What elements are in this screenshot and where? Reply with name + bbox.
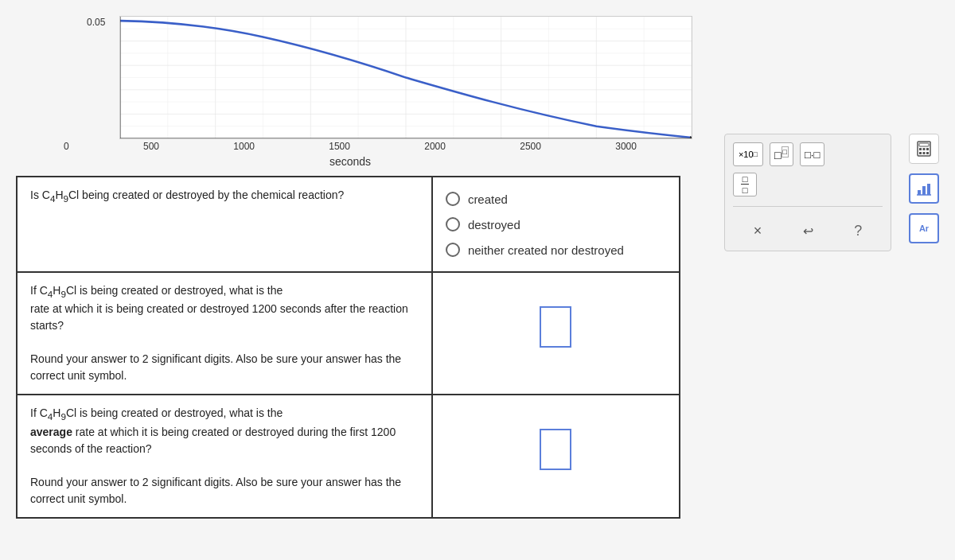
svg-rect-32 bbox=[919, 152, 922, 154]
superscript-icon: □□ bbox=[774, 148, 789, 161]
tick-500: 500 bbox=[143, 141, 159, 152]
clear-button[interactable]: × bbox=[747, 220, 769, 243]
tick-0: 0 bbox=[64, 141, 69, 152]
toolbar-bottom-row: × ↩ ? bbox=[733, 220, 883, 243]
x-axis-ticks: 0 500 1000 1500 2000 2500 3000 bbox=[64, 139, 637, 152]
x10-superscript: □ bbox=[754, 150, 758, 158]
questions-table: Is C4H9Cl being created or destroyed by … bbox=[16, 176, 680, 519]
svg-rect-34 bbox=[926, 152, 929, 154]
x-axis-label: seconds bbox=[64, 155, 637, 168]
q2-answer-cell bbox=[432, 272, 680, 395]
q1-question-cell: Is C4H9Cl being created or destroyed by … bbox=[17, 177, 432, 272]
radio-destroyed[interactable] bbox=[446, 217, 460, 231]
svg-marker-25 bbox=[690, 136, 692, 138]
option-destroyed[interactable]: destroyed bbox=[446, 217, 666, 231]
ar-label: Ar bbox=[919, 224, 929, 233]
q2-input-box[interactable] bbox=[540, 306, 571, 348]
q3-bold-average: average bbox=[30, 426, 72, 438]
option-created-label: created bbox=[468, 192, 508, 206]
bar-chart-icon bbox=[916, 181, 932, 196]
toolbar-top-row: ×10 □ □□ □·□ bbox=[733, 142, 883, 166]
help-button[interactable]: ? bbox=[848, 220, 868, 243]
calculator-icon bbox=[915, 140, 933, 158]
tick-1500: 1500 bbox=[329, 141, 350, 152]
radio-created[interactable] bbox=[446, 192, 460, 206]
fraction-button[interactable]: □ □ bbox=[733, 173, 757, 196]
radio-options: created destroyed neither created nor de… bbox=[446, 187, 666, 262]
math-toolbar: ×10 □ □□ □·□ □ □ × ↩ ? bbox=[724, 134, 891, 251]
q1-question-text: Is C4H9Cl being created or destroyed by … bbox=[30, 187, 419, 205]
option-created[interactable]: created bbox=[446, 192, 666, 206]
q3-question-text: If C4H9Cl is being created or destroyed,… bbox=[30, 405, 419, 507]
tick-1000: 1000 bbox=[233, 141, 255, 152]
svg-rect-36 bbox=[922, 186, 926, 195]
q3-question-cell: If C4H9Cl is being created or destroyed,… bbox=[17, 395, 432, 517]
q1-answer-cell: created destroyed neither created nor de… bbox=[432, 177, 680, 272]
y-axis-label: 0.05 bbox=[87, 17, 105, 28]
graph-container: 0.05 0.05 bbox=[119, 16, 692, 139]
q2-question-text: If C4H9Cl is being created or destroyed,… bbox=[30, 282, 419, 384]
fraction-icon: □ □ bbox=[741, 174, 750, 195]
undo-button[interactable]: ↩ bbox=[797, 220, 820, 242]
q2-question-cell: If C4H9Cl is being created or destroyed,… bbox=[17, 272, 432, 395]
dot-multiply-button[interactable]: □·□ bbox=[800, 142, 824, 166]
tick-2500: 2500 bbox=[520, 141, 541, 152]
dot-multiply-icon: □·□ bbox=[805, 149, 820, 161]
svg-rect-30 bbox=[923, 148, 926, 150]
option-destroyed-label: destroyed bbox=[468, 218, 520, 231]
toolbar-divider bbox=[733, 206, 883, 207]
tick-3000: 3000 bbox=[615, 141, 637, 152]
q3-input-box[interactable] bbox=[540, 429, 571, 470]
table-row: If C4H9Cl is being created or destroyed,… bbox=[17, 272, 680, 395]
svg-rect-28 bbox=[919, 143, 929, 146]
table-row: If C4H9Cl is being created or destroyed,… bbox=[17, 395, 680, 517]
bar-chart-button[interactable] bbox=[909, 173, 939, 204]
x10-label: ×10 bbox=[739, 150, 754, 159]
side-icons-panel: Ar bbox=[909, 134, 939, 243]
svg-rect-31 bbox=[926, 148, 929, 150]
table-row: Is C4H9Cl being created or destroyed by … bbox=[17, 177, 680, 272]
option-neither[interactable]: neither created nor destroyed bbox=[446, 243, 666, 257]
superscript-button[interactable]: □□ bbox=[770, 142, 793, 166]
svg-rect-33 bbox=[923, 152, 926, 154]
ar-button[interactable]: Ar bbox=[909, 213, 939, 243]
x10-button[interactable]: ×10 □ bbox=[733, 142, 763, 166]
calculator-button[interactable] bbox=[909, 134, 939, 164]
radio-neither[interactable] bbox=[446, 243, 460, 257]
tick-2000: 2000 bbox=[424, 141, 446, 152]
option-neither-label: neither created nor destroyed bbox=[468, 243, 624, 257]
svg-rect-37 bbox=[927, 184, 930, 195]
toolbar-mid-row: □ □ bbox=[733, 173, 883, 196]
svg-rect-29 bbox=[919, 148, 922, 150]
q3-answer-cell bbox=[432, 395, 680, 517]
svg-rect-35 bbox=[918, 190, 921, 195]
